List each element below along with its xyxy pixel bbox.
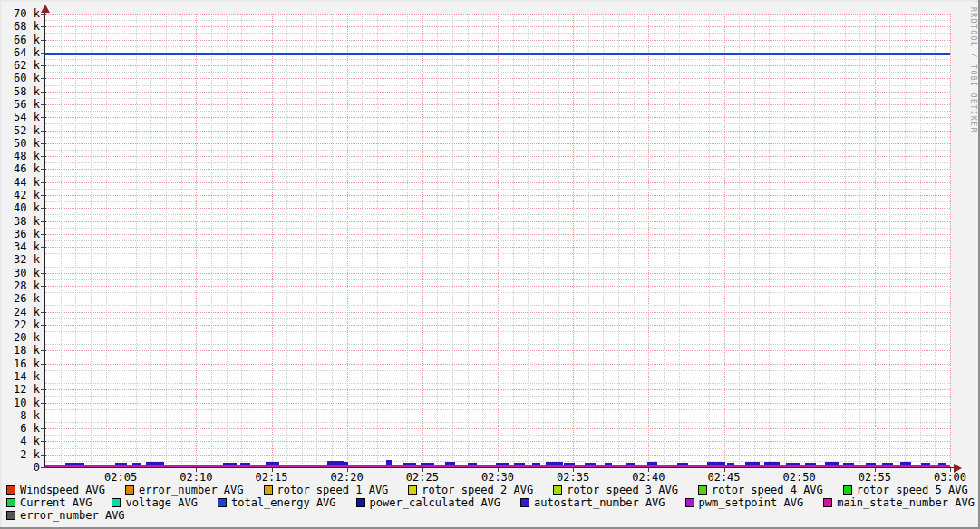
gridline-horizontal-minor: [45, 111, 950, 112]
gridline-horizontal-major: [45, 428, 950, 429]
legend-swatch-icon: [356, 498, 365, 507]
x-tick-label: 02:25: [401, 471, 444, 484]
y-tick-label: 62 k: [0, 59, 40, 72]
gridline-horizontal-major: [45, 312, 950, 313]
legend-swatch-icon: [843, 485, 852, 495]
legend-label: rotor speed 2 AVG: [422, 485, 533, 495]
y-tick-label: 52 k: [0, 124, 40, 137]
y-tick-label: 54 k: [0, 111, 40, 123]
gridline-horizontal-major: [45, 143, 950, 144]
data-spike: [677, 463, 688, 465]
gridline-horizontal-minor: [45, 279, 950, 280]
y-tick-label: 56 k: [0, 98, 40, 111]
gridline-horizontal-major: [45, 325, 950, 326]
y-tick-mark: [41, 428, 46, 429]
data-spike: [825, 462, 839, 465]
data-spike: [386, 460, 392, 465]
y-tick-mark: [41, 104, 46, 105]
legend-label: power_calculated AVG: [370, 497, 501, 508]
y-tick-mark: [41, 441, 46, 442]
data-spike: [900, 462, 911, 465]
data-spike: [605, 463, 612, 465]
y-tick-mark: [41, 403, 46, 404]
legend-item: error_number AVG: [6, 510, 125, 521]
y-tick-label: 50 k: [0, 137, 40, 150]
gridline-horizontal-major: [45, 117, 950, 118]
legend-label: rotor speed 4 AVG: [712, 485, 823, 495]
legend-row: Current AVGvoltage AVGtotal_energy AVGpo…: [6, 496, 976, 509]
legend-swatch-icon: [6, 511, 15, 520]
data-spike: [764, 462, 780, 465]
y-tick-label: 60 k: [0, 72, 40, 84]
legend-item: voltage AVG: [112, 497, 197, 508]
legend-swatch-icon: [520, 498, 529, 507]
legend-label: autostart_number AVG: [534, 497, 665, 508]
y-tick-mark: [41, 92, 46, 93]
gridline-horizontal-major: [45, 416, 950, 416]
x-tick-mark: [121, 468, 121, 472]
y-tick-mark: [41, 26, 46, 27]
gridline-horizontal-minor: [45, 123, 950, 124]
x-tick-mark: [347, 468, 348, 472]
legend-item: error_number AVG: [125, 485, 244, 495]
legend: Windspeed AVGerror_number AVGrotor speed…: [6, 484, 976, 522]
x-tick-mark: [272, 468, 273, 472]
y-tick-mark: [41, 312, 46, 313]
x-tick-mark: [950, 468, 951, 472]
y-tick-label: 46 k: [0, 162, 40, 175]
y-tick-mark: [41, 325, 46, 326]
legend-row: Windspeed AVGerror_number AVGrotor speed…: [6, 484, 976, 496]
gridline-horizontal-minor: [45, 305, 950, 306]
y-tick-label: 44 k: [0, 176, 40, 189]
gridline-horizontal-major: [45, 286, 950, 287]
legend-row: error_number AVG: [6, 509, 976, 522]
data-spike: [240, 463, 251, 465]
legend-swatch-icon: [6, 485, 15, 495]
data-spike: [146, 462, 164, 465]
gridline-horizontal-major: [45, 182, 950, 183]
legend-item: pwm_setpoint AVG: [685, 497, 804, 508]
data-spike: [647, 462, 658, 465]
legend-label: Windspeed AVG: [20, 485, 105, 495]
gridline-horizontal-major: [45, 364, 950, 365]
y-tick-label: 10 k: [0, 397, 40, 409]
x-tick-label: 02:55: [853, 471, 897, 484]
legend-label: total_energy AVG: [231, 497, 336, 508]
y-tick-mark: [41, 143, 46, 144]
gridline-horizontal-major: [45, 156, 950, 157]
legend-item: rotor speed 4 AVG: [698, 485, 823, 495]
gridline-horizontal-minor: [45, 201, 950, 202]
y-tick-mark: [41, 221, 46, 222]
legend-label: pwm_setpoint AVG: [699, 497, 804, 508]
x-tick-label: 02:30: [476, 471, 519, 484]
gridline-horizontal-minor: [45, 370, 950, 371]
y-tick-mark: [41, 299, 46, 299]
data-spike: [866, 463, 877, 465]
y-tick-label: 68 k: [0, 20, 40, 33]
legend-item: rotor speed 3 AVG: [553, 485, 678, 495]
data-spike: [496, 463, 509, 465]
x-tick-mark: [422, 468, 423, 472]
y-tick-label: 64 k: [0, 46, 40, 59]
x-tick-mark: [498, 468, 499, 472]
y-tick-mark: [41, 416, 46, 416]
legend-swatch-icon: [218, 498, 227, 507]
data-spike: [546, 462, 562, 465]
y-tick-label: 48 k: [0, 150, 40, 162]
rrdtool-graph: 70 k68 k66 k64 k62 k60 k58 k56 k54 k52 k…: [0, 0, 980, 529]
gridline-horizontal-minor: [45, 396, 950, 397]
y-tick-label: 0: [0, 461, 40, 474]
x-tick-mark: [196, 468, 197, 472]
gridline-horizontal-minor: [45, 98, 950, 99]
gridline-vertical-major: [950, 14, 951, 467]
legend-item: rotor speed 1 AVG: [264, 485, 389, 495]
legend-item: main_state_number AVG: [823, 497, 975, 508]
y-tick-mark: [41, 156, 46, 157]
data-spike: [532, 463, 539, 465]
x-tick-mark: [875, 468, 876, 472]
data-spike: [266, 462, 279, 465]
gridline-horizontal-minor: [45, 358, 950, 358]
y-tick-mark: [41, 260, 46, 260]
data-spike: [468, 463, 477, 465]
y-tick-label: 12 k: [0, 383, 40, 396]
